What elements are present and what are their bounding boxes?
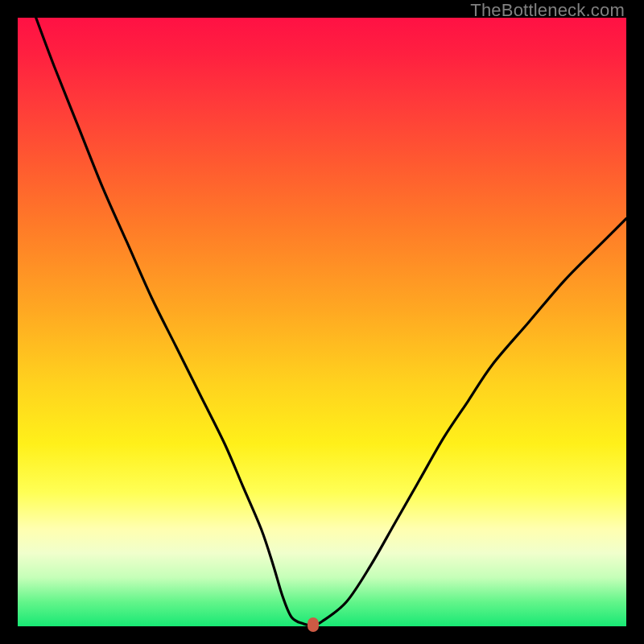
- bottleneck-curve: [18, 18, 626, 626]
- minimum-marker: [308, 617, 319, 632]
- plot-area: [18, 18, 626, 626]
- watermark-text: TheBottleneck.com: [470, 0, 625, 21]
- chart-frame: TheBottleneck.com: [0, 0, 644, 644]
